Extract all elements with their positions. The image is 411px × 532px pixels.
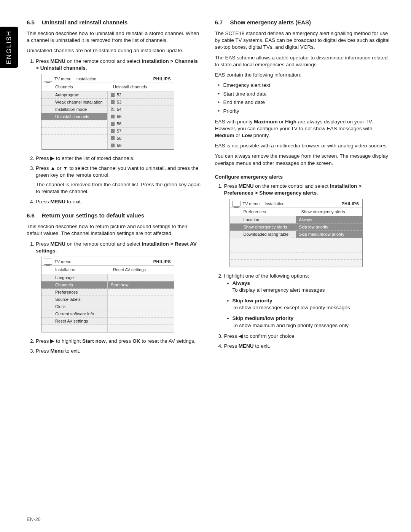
list-item: AlwaysTo display all emergency alert mes… [227, 280, 390, 294]
list-item: Press MENU on the remote control and sel… [36, 58, 202, 150]
list-item: Start time and date [218, 91, 390, 97]
menu-item: Downloaded rating table [230, 231, 296, 238]
menu-item [41, 142, 107, 149]
tv-menu-reset: TV menu PHILIPS InstallationReset AV set… [41, 257, 174, 332]
menu-item: 58 [108, 135, 174, 142]
list-item: Press ▶ to enter the list of stored chan… [36, 155, 202, 162]
list-item: Press ◀ to confirm your choice. [224, 333, 390, 340]
tv-icon [232, 201, 241, 207]
menu-item: Location [230, 216, 296, 224]
menu-item [108, 296, 174, 303]
menu-item: Autoprogram [41, 91, 107, 99]
breadcrumb: TV menu [54, 259, 153, 265]
menu-item: Channels [41, 281, 107, 289]
menu-item [41, 120, 107, 128]
list-item: Press MENU on the remote control and sel… [224, 183, 390, 267]
list-item: Press MENU to exit. [36, 198, 202, 205]
body-text: You can always remove the message from t… [215, 153, 390, 166]
left-column: 6.5Uninstall and reinstall channels This… [27, 19, 202, 358]
menu-item: 59 [108, 142, 174, 149]
menu-item: Reset AV settings [41, 318, 107, 325]
subheading: Configure emergency alerts [215, 174, 390, 181]
menu-item [108, 303, 174, 310]
menu-item [108, 318, 174, 325]
tv-menu-eas: TV menuInstallation PHILIPS PreferencesS… [229, 199, 363, 267]
list-item: Press MENU on the remote control and sel… [36, 241, 202, 332]
menu-item [108, 274, 174, 281]
tv-icon [44, 259, 52, 265]
menu-item: Preferences [41, 289, 107, 296]
body-text: The SCTE18 standard defines an emergency… [215, 30, 390, 51]
menu-item [108, 289, 174, 296]
menu-item: 57 [108, 128, 174, 135]
heading-6-5: 6.5Uninstall and reinstall channels [27, 19, 202, 26]
menu-item [41, 325, 107, 332]
list-item: Skip medium/low priorityTo show maximum … [227, 315, 390, 329]
menu-item: Installation mode [41, 106, 107, 113]
body-text: EAS with priority Maximum or High are al… [215, 118, 390, 139]
menu-item [296, 260, 362, 267]
list-item: Emergency alert text [218, 82, 390, 89]
body-text: This section describes how to return pic… [27, 223, 202, 237]
menu-item: Skip low priority [296, 224, 362, 231]
breadcrumb: TV menuInstallation [54, 76, 153, 82]
menu-item [41, 135, 107, 142]
menu-item: 53 [108, 99, 174, 106]
brand-logo: PHILIPS [153, 259, 171, 265]
menu-item [296, 252, 362, 260]
brand-logo: PHILIPS [153, 76, 171, 82]
menu-item [230, 252, 296, 260]
list-item: Skip low priorityTo show all messages ex… [227, 297, 390, 311]
menu-item [296, 245, 362, 252]
menu-item: Uninstall channels [41, 113, 107, 120]
menu-item: 54 [108, 106, 174, 113]
body-text: Uninstalled channels are not reinstalled… [27, 47, 202, 54]
right-column: 6.7Show emergency alerts (EAS) The SCTE1… [215, 19, 390, 358]
list-item: Press ▲ or ▼ to select the channel you w… [36, 165, 202, 195]
heading-6-7: 6.7Show emergency alerts (EAS) [215, 19, 390, 26]
menu-item: Clock [41, 303, 107, 310]
menu-item [230, 260, 296, 267]
menu-item: 55 [108, 113, 174, 120]
menu-item [108, 310, 174, 318]
list-item: End time and date [218, 99, 390, 106]
language-tab: ENGLISH [0, 27, 18, 68]
tv-menu-uninstall: TV menuInstallation PHILIPS ChannelsUnin… [41, 74, 174, 150]
menu-item: Current software info [41, 310, 107, 318]
list-item: Press ▶ to highlight Start now, and pres… [36, 338, 202, 345]
body-text: The EAS scheme allows a cable operator t… [215, 54, 390, 68]
breadcrumb: TV menuInstallation [243, 201, 342, 207]
menu-item [230, 238, 296, 245]
brand-logo: PHILIPS [341, 201, 359, 207]
menu-item: Show emergency alerts [230, 224, 296, 231]
list-item: Highlight one of the following options: … [224, 273, 390, 329]
menu-item: Skip medium/low priority [296, 231, 362, 238]
menu-item: Language [41, 274, 107, 281]
menu-item [41, 128, 107, 135]
menu-item: Weak channel installation [41, 99, 107, 106]
page-number: EN-26 [27, 516, 41, 522]
menu-item: 52 [108, 91, 174, 99]
list-item: Press Menu to exit. [36, 348, 202, 355]
menu-item [108, 325, 174, 332]
menu-item [296, 238, 362, 245]
menu-item: Start now [108, 281, 174, 289]
heading-6-6: 6.6Return your settings to default value… [27, 212, 202, 219]
menu-item: Source labels [41, 296, 107, 303]
list-item: Press MENU to exit. [224, 343, 390, 350]
menu-item: Always [296, 216, 362, 224]
menu-item [230, 245, 296, 252]
list-item: Priority [218, 108, 390, 115]
body-text: This section describes how to uninstall … [27, 30, 202, 44]
tv-icon [44, 76, 52, 82]
body-text: EAS contain the following information: [215, 72, 390, 78]
body-text: EAS is not possible with a multimedia br… [215, 142, 390, 149]
menu-item: 56 [108, 120, 174, 128]
